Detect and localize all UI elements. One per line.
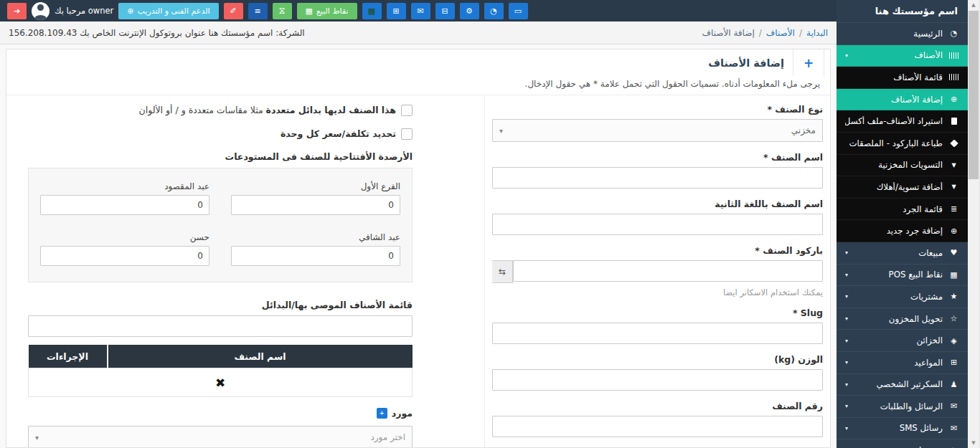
- item-name-input[interactable]: [492, 167, 823, 189]
- warehouse-balance-input[interactable]: [40, 195, 209, 215]
- recommended-items-input[interactable]: [28, 315, 413, 337]
- barcode-help: يمكنك استخدام الاسكانر ايضا: [492, 287, 823, 297]
- recommended-items-table: اسم الصنف الإجراءات ✖: [28, 345, 413, 397]
- sidebar-item-inventory-list[interactable]: قائمة الجرد: [837, 199, 968, 221]
- slug-input[interactable]: [492, 323, 823, 344]
- sidebar-item-messages-orders[interactable]: الرسائل والطلبات: [837, 396, 968, 418]
- sidebar-item-sales[interactable]: مبيعات: [837, 242, 968, 264]
- sidebar-item-items-list[interactable]: قائمة الأصناف: [837, 67, 968, 89]
- opening-balances-title: الأرصدة الأفتتاحية للصنف فى المستودعات: [28, 151, 413, 162]
- sidebar-item-personal-secretary[interactable]: السكرتير الشخصي: [837, 374, 968, 396]
- warehouse-balance-input[interactable]: [40, 246, 209, 266]
- sidebar-item-home[interactable]: الرئيسية: [837, 23, 968, 45]
- file-icon: [948, 118, 959, 125]
- item-number-input[interactable]: [492, 416, 823, 437]
- plus-circle-icon: [948, 227, 959, 236]
- warehouse-label: حسن: [40, 232, 209, 242]
- menu-icon: [254, 6, 260, 16]
- unit-cost-checkbox[interactable]: [401, 128, 413, 140]
- avatar[interactable]: [32, 2, 50, 20]
- warehouse-balance-input[interactable]: [231, 195, 400, 215]
- eraser-button[interactable]: [224, 3, 243, 19]
- warehouse-label: عبد المقصود: [40, 181, 209, 191]
- chevron-down-icon: [845, 52, 848, 59]
- table-row: ✖: [29, 368, 413, 397]
- heart-icon: [948, 248, 959, 257]
- sidebar-item-appointments[interactable]: المواعيد: [837, 352, 968, 374]
- envelope-button[interactable]: [411, 3, 430, 19]
- scroll-down-icon[interactable]: [968, 438, 979, 448]
- chevron-down-icon: [35, 432, 39, 442]
- warehouse-label: الفرع الأول: [231, 181, 400, 191]
- sidebar-item-purchases[interactable]: مشتريات: [837, 286, 968, 308]
- menu-button[interactable]: [248, 3, 268, 19]
- barcode-label: باركود الصنف *: [492, 245, 823, 256]
- plus-circle-icon: [127, 6, 133, 16]
- sidebar-item-add-inventory[interactable]: إضافة جرد جديد: [837, 220, 968, 242]
- filter-icon: [948, 184, 959, 190]
- options-column: هذا الصنف لديها بدائل متعددة مثلا مقاسات…: [6, 95, 484, 447]
- shuffle-icon: [948, 446, 959, 448]
- add-supplier-button[interactable]: +: [377, 408, 387, 419]
- calculator-icon: [441, 6, 448, 16]
- pos-button[interactable]: نقاط البيع: [297, 3, 357, 19]
- sidebar-item-stock-adjustments[interactable]: التسويات المخزنية: [837, 155, 968, 177]
- sidebar-item-returns[interactable]: مرتجعات: [837, 439, 968, 448]
- chevron-down-icon: [845, 359, 848, 366]
- supplier-select[interactable]: اختر مورد: [28, 426, 413, 447]
- page-scrollbar[interactable]: [968, 0, 980, 448]
- envelope-icon: [948, 401, 959, 411]
- company-info: الشركة: اسم مؤسستك هنا عنوان بروتوكول ال…: [9, 28, 305, 38]
- sidebar-item-add-items[interactable]: إضافة الأصناف: [837, 89, 968, 111]
- form-note: يرجى ملء المعلومات أدناه. تسميات الحقول …: [6, 76, 830, 95]
- sidebar-item-sms[interactable]: رسائل SMS: [837, 418, 968, 440]
- settings-button[interactable]: [460, 3, 479, 19]
- calendar-icon: [392, 6, 399, 16]
- generate-barcode-button[interactable]: [492, 260, 513, 283]
- logout-button[interactable]: [7, 3, 27, 19]
- sidebar-item-import-excel[interactable]: استيراد الأصناف-ملف أكسل: [837, 110, 968, 133]
- breadcrumb-items[interactable]: الأصناف: [766, 28, 795, 38]
- greeting-text: مرحبا بك owner: [55, 6, 113, 16]
- clear-icon[interactable]: ✖: [215, 376, 225, 390]
- chevron-down-icon: [845, 272, 848, 278]
- keyboard-button[interactable]: [362, 3, 382, 19]
- barcode-input[interactable]: [513, 260, 823, 282]
- scroll-up-icon[interactable]: [968, 0, 979, 10]
- sidebar-item-items[interactable]: الأصناف: [837, 45, 968, 67]
- add-icon[interactable]: +: [793, 49, 824, 76]
- warehouse-cell: حسن: [40, 232, 209, 266]
- monitor-button[interactable]: [509, 3, 528, 19]
- unit-cost-checkbox-label: تحديد تكلفة/سعر كل وحدة: [281, 128, 396, 140]
- grid-icon: [948, 270, 959, 280]
- chevron-down-icon: [845, 293, 848, 300]
- chevron-down-icon: [845, 338, 848, 344]
- warehouse-label: عبد الشافي: [231, 232, 400, 242]
- dashboard-button[interactable]: [484, 3, 504, 19]
- keyboard-icon: [368, 6, 375, 16]
- filter-icon: [948, 162, 959, 168]
- item-type-select[interactable]: مخزني: [492, 119, 823, 142]
- hourglass-icon: [279, 5, 286, 16]
- sidebar-item-stock-transfer[interactable]: تحويل المخزون: [837, 308, 968, 330]
- chevron-down-icon: [499, 125, 503, 135]
- sidebar-item-safes[interactable]: الخزائن: [837, 330, 968, 352]
- supplier-label: مورد: [392, 408, 413, 419]
- sidebar-item-add-adjustment[interactable]: أضافة تسوية/أهلاك: [837, 176, 968, 199]
- sidebar-item-barcode-print[interactable]: طباعة الباركود - الملصقات: [837, 133, 968, 155]
- org-name: اسم مؤسستك هنا: [837, 0, 968, 23]
- column-item-name: اسم الصنف: [108, 345, 413, 368]
- item-name-second-input[interactable]: [492, 214, 823, 235]
- calculator-button[interactable]: [435, 3, 455, 19]
- warehouse-cell: الفرع الأول: [231, 181, 400, 215]
- scrollbar-thumb[interactable]: [969, 11, 979, 179]
- support-button[interactable]: الدعم الفنى و التدريب: [118, 3, 218, 19]
- weight-input[interactable]: [492, 369, 823, 391]
- topbar: مرحبا بك owner الدعم الفنى و التدريب نقا…: [0, 0, 837, 22]
- warehouse-balance-input[interactable]: [231, 246, 400, 266]
- sidebar-item-pos[interactable]: نقاط البيع POS: [837, 264, 968, 287]
- calendar-button[interactable]: [387, 3, 406, 19]
- breadcrumb-home[interactable]: البداية: [806, 28, 828, 38]
- variants-checkbox[interactable]: [401, 105, 413, 116]
- hourglass-button[interactable]: [273, 3, 292, 19]
